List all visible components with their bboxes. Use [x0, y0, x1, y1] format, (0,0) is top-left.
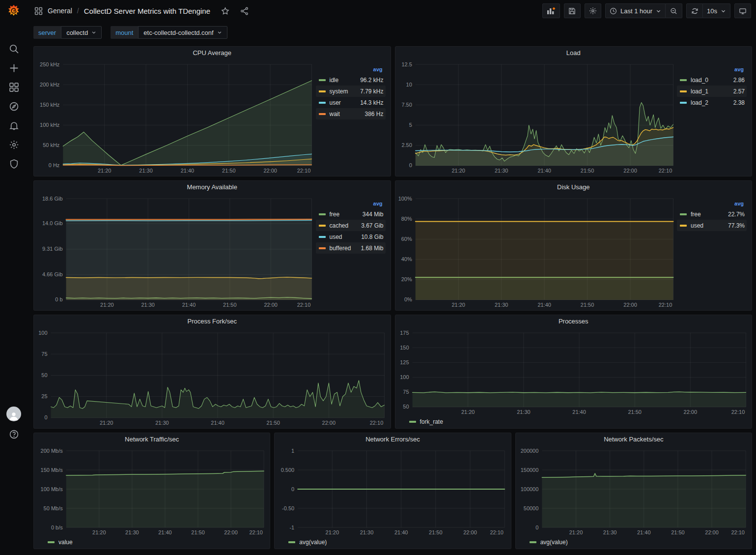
save-icon [568, 7, 576, 15]
legend: value [36, 537, 268, 548]
grafana-logo[interactable] [0, 4, 28, 18]
variable-mount[interactable]: mount etc-collectd-collectd.conf [111, 26, 227, 39]
legend-item[interactable]: used10.8 Gib [316, 231, 386, 242]
panel-title[interactable]: Network Errors/sec [275, 433, 510, 446]
chart-load[interactable]: 02.5057.501012.521:2021:3021:4021:5022:0… [397, 59, 677, 175]
chart-process-fork[interactable]: 025507510021:2021:3021:4021:5022:0022:10 [36, 328, 389, 427]
svg-text:21:30: 21:30 [494, 168, 508, 174]
dashboard-title[interactable]: CollectD Server Metrics with TDengine [84, 7, 210, 15]
legend-item[interactable]: wait386 Hz [316, 108, 386, 119]
legend-item[interactable]: load_12.57 [677, 86, 747, 97]
variable-server[interactable]: server collectd [33, 26, 102, 39]
legend-item[interactable]: load_22.38 [677, 97, 747, 108]
panel-body: -1-0.5000.500121:2021:3021:4021:5022:002… [275, 446, 510, 549]
svg-text:75: 75 [41, 351, 47, 357]
refresh-interval-button[interactable]: 10s [703, 3, 730, 18]
svg-text:0%: 0% [404, 296, 412, 302]
legend-item[interactable]: user14.3 kHz [316, 97, 386, 108]
legend: fork_rate [397, 416, 750, 427]
variable-server-value[interactable]: collectd [61, 26, 102, 39]
explore-compass-icon[interactable] [8, 101, 20, 112]
admin-shield-icon[interactable] [8, 158, 20, 169]
svg-text:22:00: 22:00 [322, 420, 336, 426]
star-icon[interactable] [221, 7, 229, 15]
chart-cpu-average[interactable]: 0 Hz50 kHz100 kHz150 kHz200 kHz250 kHz21… [36, 59, 316, 175]
zoom-out-time-button[interactable] [666, 3, 682, 18]
svg-text:21:30: 21:30 [360, 529, 374, 535]
svg-text:150000: 150000 [520, 467, 538, 473]
legend-item[interactable]: buffered1.68 Mib [316, 242, 386, 254]
legend-item[interactable]: free344 Mib [316, 208, 386, 220]
svg-text:21:40: 21:40 [211, 420, 224, 426]
svg-text:40%: 40% [401, 256, 412, 262]
panel-title[interactable]: Processes [395, 315, 752, 328]
chevron-down-icon [721, 8, 726, 14]
svg-text:10: 10 [406, 82, 412, 88]
panel-process-fork: Process Fork/sec025507510021:2021:3021:4… [33, 315, 391, 429]
legend-item[interactable]: idle96.2 kHz [316, 74, 386, 86]
legend-item[interactable]: fork_rate [409, 418, 443, 425]
legend-avg-header[interactable]: avg [316, 200, 386, 208]
legend-color-marker [319, 236, 326, 238]
legend-item[interactable]: system7.79 kHz [316, 86, 386, 97]
legend-item[interactable]: value [48, 539, 73, 546]
dashboards-icon[interactable] [8, 82, 20, 92]
legend-avg-header[interactable]: avg [316, 65, 386, 74]
svg-text:21:20: 21:20 [461, 409, 475, 415]
dashboard-toolbar: Last 1 hour 10s [542, 3, 756, 18]
panel-title[interactable]: Disk Usage [395, 181, 752, 194]
legend-avg-header[interactable]: avg [677, 65, 747, 74]
user-avatar[interactable] [6, 407, 21, 421]
breadcrumb-folder[interactable]: General [48, 7, 72, 15]
add-panel-icon [547, 7, 556, 15]
time-range-button[interactable]: Last 1 hour [605, 3, 666, 18]
chart-network-errors[interactable]: -1-0.5000.500121:2021:3021:4021:5022:002… [277, 446, 508, 537]
legend-color-marker [319, 247, 326, 249]
chart-processes[interactable]: 507510012515017521:2021:3021:4021:5022:0… [397, 328, 750, 416]
svg-text:22:10: 22:10 [370, 420, 384, 426]
settings-gear-icon [589, 7, 597, 15]
legend-avg-header[interactable]: avg [677, 200, 747, 208]
panel-title[interactable]: Network Packets/sec [516, 433, 752, 446]
panel-title[interactable]: Memory Available [34, 181, 391, 194]
plus-icon[interactable] [8, 62, 20, 73]
legend-item[interactable]: avg(value) [288, 539, 327, 546]
legend-item[interactable]: cached3.67 Gib [316, 220, 386, 231]
configuration-gear-icon[interactable] [8, 139, 20, 150]
legend-label: avg(value) [540, 539, 568, 546]
alerting-bell-icon[interactable] [8, 120, 20, 131]
svg-text:50 kHz: 50 kHz [43, 142, 59, 148]
panel-disk-usage: Disk Usage0%20%40%60%80%100%21:2021:3021… [395, 180, 753, 311]
panel-title[interactable]: CPU Average [34, 47, 391, 59]
legend: avgload_02.86load_12.57load_22.38 [677, 59, 750, 175]
legend-color-marker [680, 225, 687, 227]
save-dashboard-button[interactable] [564, 3, 581, 18]
variable-mount-value[interactable]: etc-collectd-collectd.conf [138, 26, 227, 39]
panel-title[interactable]: Load [395, 47, 752, 59]
share-icon[interactable] [240, 7, 249, 15]
chart-network-traffic[interactable]: 0 b/s50 Mb/s100 Mb/s150 Mb/s200 Mb/s21:2… [36, 446, 268, 537]
legend-item[interactable]: avg(value) [530, 539, 568, 546]
panel-title[interactable]: Network Traffic/sec [34, 433, 270, 446]
add-panel-button[interactable] [542, 3, 560, 18]
search-icon[interactable] [8, 43, 20, 54]
panel-title[interactable]: Process Fork/sec [34, 315, 391, 328]
dashboard-settings-button[interactable] [585, 3, 601, 18]
cycle-view-mode-button[interactable] [734, 3, 751, 18]
panel-grid: CPU Average0 Hz50 kHz100 kHz150 kHz200 k… [28, 43, 756, 553]
legend-item[interactable]: free22.7% [677, 208, 747, 220]
svg-text:21:50: 21:50 [580, 168, 593, 174]
svg-text:100000: 100000 [520, 486, 538, 492]
legend-item[interactable]: used77.3% [677, 220, 747, 231]
svg-text:250 kHz: 250 kHz [40, 61, 59, 67]
chart-memory-available[interactable]: 0 b4.66 Gib9.31 Gib14.0 Gib18.6 Gib21:20… [36, 194, 316, 309]
apps-grid-icon[interactable] [34, 7, 43, 15]
svg-text:21:50: 21:50 [671, 529, 685, 535]
legend-value: 96.2 kHz [360, 77, 383, 84]
chart-disk-usage[interactable]: 0%20%40%60%80%100%21:2021:3021:4021:5022… [397, 194, 677, 309]
refresh-button[interactable] [686, 3, 703, 18]
legend-item[interactable]: load_02.86 [677, 74, 747, 86]
svg-text:21:50: 21:50 [222, 168, 236, 174]
chart-network-packets[interactable]: 05000010000015000020000021:2021:3021:402… [518, 446, 750, 537]
help-icon[interactable] [8, 429, 20, 439]
